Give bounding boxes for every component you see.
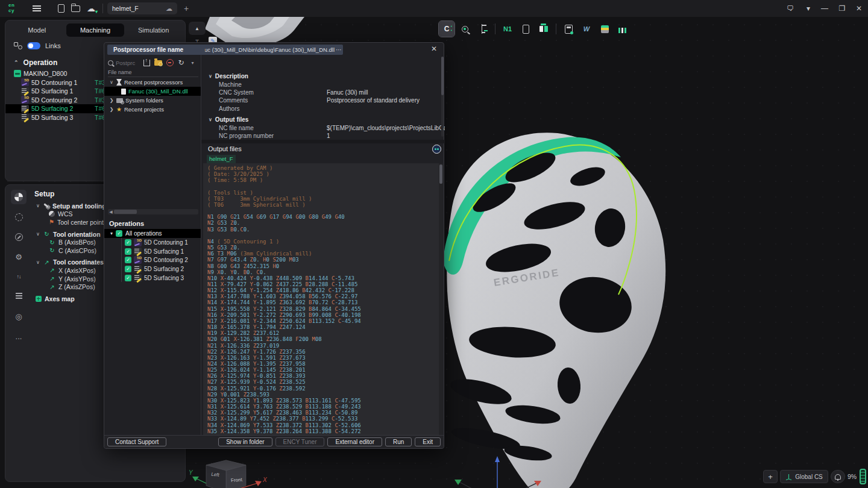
property-row[interactable]: Machine xyxy=(201,81,440,89)
chevron-down-icon[interactable]: ▾ xyxy=(188,58,197,67)
caliper-icon[interactable] xyxy=(475,21,491,37)
all-operations-row[interactable]: ▾ ✓ All operations xyxy=(104,229,201,238)
scrollbar-thumb[interactable] xyxy=(439,164,442,184)
browse-folder-icon[interactable] xyxy=(154,58,163,67)
new-document-icon[interactable] xyxy=(55,3,66,14)
property-row[interactable]: NC file name $(TEMP)\cam_clouds\projects… xyxy=(201,124,440,132)
ency-tuner-button[interactable]: ENCY Tuner xyxy=(275,437,325,446)
exit-button[interactable]: Exit xyxy=(415,437,441,446)
gcode-listing[interactable]: ( Generated by CAM )( Date: 3/20/2025 )(… xyxy=(203,163,439,436)
postprocessor-file-row[interactable]: Postprocessor file name uc (30i)_Mill_DN… xyxy=(107,45,343,55)
operation-checkbox[interactable]: ✓ xyxy=(125,248,131,255)
panel-collapse-button[interactable]: ▲ xyxy=(189,22,206,35)
gcode-scrollbar[interactable] xyxy=(439,163,443,436)
dialog-operation-row[interactable]: ✓ 5D 5D Contouring 2 xyxy=(104,255,201,264)
contact-support-button[interactable]: Contact Support xyxy=(107,437,166,446)
minimize-button[interactable]: — xyxy=(818,2,831,14)
gift-icon[interactable] xyxy=(536,21,552,37)
show-in-folder-button[interactable]: Show in folder xyxy=(218,437,272,446)
splitter[interactable] xyxy=(201,140,445,143)
horizontal-scrollbar[interactable]: ◀ xyxy=(108,209,198,214)
refresh-icon[interactable]: ↻ xyxy=(177,58,186,67)
chevron-down-icon[interactable]: ▾ xyxy=(802,2,815,14)
more-options-icon[interactable]: ... xyxy=(11,329,27,343)
view-cube[interactable]: Left Front Y X xyxy=(184,457,274,488)
open-folder-icon[interactable] xyxy=(70,3,81,14)
operation-checkbox[interactable]: ✓ xyxy=(125,275,131,281)
dialog-close-icon[interactable]: ✕ xyxy=(429,45,439,54)
machining-mode-icon[interactable] xyxy=(11,190,27,204)
cloud-sync-icon[interactable]: ☁▾ xyxy=(86,3,96,14)
tablet-icon[interactable] xyxy=(518,21,533,37)
compass-icon[interactable] xyxy=(11,230,27,244)
chevron-down-icon[interactable]: ∨ xyxy=(36,231,40,237)
gear-icon[interactable]: ⚙ xyxy=(11,249,27,264)
coordinate-system-selector[interactable]: Global CS xyxy=(780,470,828,483)
waveform-icon[interactable]: W xyxy=(579,21,594,37)
file-tree-row[interactable]: Fanuc (30i)_Mill_DN.dll xyxy=(104,87,201,96)
property-row[interactable]: Authors xyxy=(201,105,440,113)
links-toggle[interactable] xyxy=(27,42,40,49)
statistics-icon[interactable] xyxy=(615,21,631,37)
close-button[interactable]: ✕ xyxy=(852,2,866,14)
calculator-icon[interactable] xyxy=(561,21,576,37)
scroll-left-icon[interactable]: ◀ xyxy=(108,210,114,214)
property-row[interactable]: CNC System Fanuc (30i) mill xyxy=(201,89,440,96)
scrollbar-thumb[interactable] xyxy=(114,210,137,214)
property-group-header[interactable]: ∨ Output files xyxy=(201,115,440,124)
selection-mode-icon[interactable] xyxy=(11,210,27,224)
chevron-down-icon[interactable]: ∨ xyxy=(209,117,212,122)
tap-tool-icon[interactable] xyxy=(11,289,27,304)
run-button[interactable]: Run xyxy=(385,437,412,446)
property-group-header[interactable]: ∨ Description xyxy=(201,72,440,81)
zoom-in-button[interactable]: + xyxy=(763,470,778,483)
property-value: Postprocessor of standard delivery xyxy=(327,97,420,104)
all-operations-checkbox[interactable]: ✓ xyxy=(116,230,122,237)
tab-machining[interactable]: Machining xyxy=(66,23,125,37)
file-tree-row[interactable]: ❯ System folders xyxy=(104,96,201,105)
tool-stack-icon[interactable] xyxy=(597,21,612,37)
dialog-operation-row[interactable]: ✓ 5D Surfacing 1 xyxy=(104,247,201,256)
tab-simulation[interactable]: Simulation xyxy=(124,23,183,37)
coolant-icon[interactable]: ◎ xyxy=(11,309,27,324)
new-tab-button[interactable]: + xyxy=(181,2,192,14)
collapse-icon[interactable]: ⌃ xyxy=(14,60,19,66)
chevron-down-icon[interactable]: ∨ xyxy=(36,203,40,208)
file-tree-row[interactable]: ❯ ★ Recent projects xyxy=(104,105,201,114)
nc-text-icon[interactable]: N1 xyxy=(500,21,515,37)
dialog-operation-row[interactable]: ✓ 5D Surfacing 3 xyxy=(104,274,201,283)
restore-button[interactable]: ❐ xyxy=(835,2,849,14)
gcode-line: N14 X-174.744 Y-1.895 Z363.692 B70.72 C-… xyxy=(207,299,439,305)
properties-scrollbar[interactable] xyxy=(441,57,444,137)
remove-icon[interactable] xyxy=(165,58,174,67)
assistant-owl-icon[interactable] xyxy=(432,145,441,154)
sort-icon[interactable]: ↑↓ xyxy=(11,269,27,284)
chevron-down-icon[interactable]: ∨ xyxy=(36,260,40,265)
browse-more-button[interactable]: ⋯ xyxy=(335,46,343,53)
property-row[interactable]: NC program number 1 xyxy=(201,132,440,139)
nc-program-icon[interactable]: C xyxy=(439,21,454,37)
export-icon[interactable] xyxy=(142,58,151,67)
tab-model[interactable]: Model xyxy=(8,23,66,37)
main-menu-icon[interactable] xyxy=(31,3,42,14)
operation-checkbox[interactable]: ✓ xyxy=(125,239,131,246)
search-input[interactable] xyxy=(116,60,140,66)
document-tab[interactable]: helmet_F ☁ xyxy=(107,2,177,14)
external-editor-button[interactable]: External editor xyxy=(327,437,382,446)
file-tree-row[interactable]: ∨ Recent postprocessors xyxy=(104,78,201,87)
caret-down-icon[interactable]: ▾ xyxy=(110,231,113,236)
inspect-icon[interactable] xyxy=(457,21,473,37)
dialog-operation-row[interactable]: ✓ 5D 5D Contouring 1 xyxy=(104,238,201,247)
dialog-operation-row[interactable]: ✓ 5D Surfacing 2 xyxy=(104,264,201,274)
chevron-icon[interactable]: ❯ xyxy=(109,107,114,112)
operation-checkbox[interactable]: ✓ xyxy=(125,257,131,263)
property-row[interactable]: Comments Postprocessor of standard deliv… xyxy=(201,96,440,104)
chevron-icon[interactable]: ∨ xyxy=(109,80,114,85)
helmet-model[interactable]: ERGORIDE xyxy=(416,110,681,488)
chevron-icon[interactable]: ❯ xyxy=(109,98,114,103)
notifications-bell-icon[interactable] xyxy=(831,470,845,483)
app-logo-icon[interactable]: ency xyxy=(8,2,14,13)
chevron-down-icon[interactable]: ∨ xyxy=(209,74,212,79)
operation-checkbox[interactable]: ✓ xyxy=(125,266,131,272)
chat-icon[interactable]: 🗨 xyxy=(784,2,797,14)
